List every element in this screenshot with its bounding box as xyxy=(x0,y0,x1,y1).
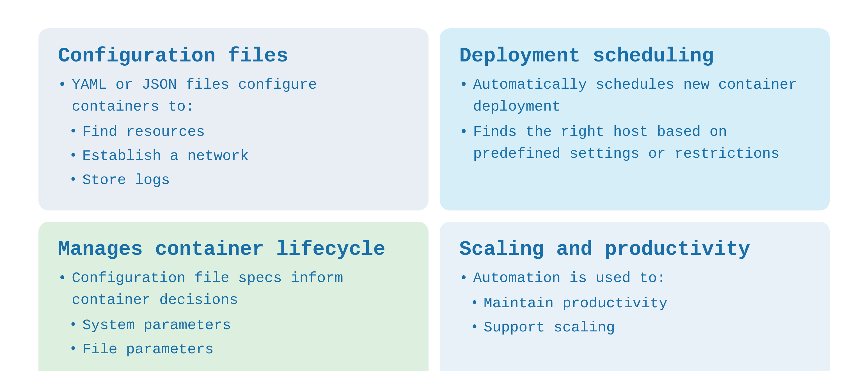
config-bullet-1: YAML or JSON files configure containers … xyxy=(58,74,409,118)
lifecycle-sub-2: File parameters xyxy=(58,339,409,361)
deployment-bullet-1: Automatically schedules new container de… xyxy=(459,74,810,118)
lifecycle-sub-2-text: File parameters xyxy=(82,339,409,361)
scaling-bullet-1: Automation is used to: xyxy=(459,268,810,289)
deployment-body: Automatically schedules new container de… xyxy=(459,74,810,168)
config-sub-3-text: Store logs xyxy=(82,169,409,191)
lifecycle-sub-1: System parameters xyxy=(58,315,409,337)
card-scaling-productivity: Scaling and productivity Automation is u… xyxy=(440,222,830,371)
card-configuration-files: Configuration files YAML or JSON files c… xyxy=(38,28,429,211)
config-title: Configuration files xyxy=(58,45,409,67)
config-sub-2-text: Establish a network xyxy=(82,145,409,167)
scaling-sub-2: Support scaling xyxy=(459,317,810,339)
deployment-bullet-list: Automatically schedules new container de… xyxy=(459,74,810,165)
config-body: YAML or JSON files configure containers … xyxy=(58,74,409,194)
deployment-bullet-1-text: Automatically schedules new container de… xyxy=(473,74,810,118)
config-sub-2: Establish a network xyxy=(58,145,409,167)
card-deployment-scheduling: Deployment scheduling Automatically sche… xyxy=(440,28,830,211)
lifecycle-title: Manages container lifecycle xyxy=(58,239,409,261)
config-sub-3: Store logs xyxy=(58,169,409,191)
lifecycle-bullet-list: Configuration file specs inform containe… xyxy=(58,268,409,311)
scaling-sub-list: Maintain productivity Support scaling xyxy=(459,293,810,339)
scaling-sub-1-text: Maintain productivity xyxy=(484,293,810,315)
deployment-bullet-2: Finds the right host based on predefined… xyxy=(459,121,810,165)
lifecycle-sub-1-text: System parameters xyxy=(82,315,409,337)
main-grid: Configuration files YAML or JSON files c… xyxy=(27,17,841,354)
scaling-title: Scaling and productivity xyxy=(459,239,810,261)
config-bullet-1-text: YAML or JSON files configure containers … xyxy=(72,74,409,118)
lifecycle-sub-list: System parameters File parameters xyxy=(58,315,409,361)
lifecycle-bullet-1-text: Configuration file specs inform containe… xyxy=(72,268,409,311)
scaling-bullet-1-text: Automation is used to: xyxy=(473,268,810,289)
deployment-bullet-2-text: Finds the right host based on predefined… xyxy=(473,121,810,165)
deployment-title: Deployment scheduling xyxy=(459,45,810,67)
config-sub-list: Find resources Establish a network Store… xyxy=(58,121,409,191)
card-lifecycle: Manages container lifecycle Configuratio… xyxy=(38,222,429,371)
scaling-sub-1: Maintain productivity xyxy=(459,293,810,315)
config-sub-1-text: Find resources xyxy=(82,121,409,143)
scaling-bullet-list: Automation is used to: xyxy=(459,268,810,289)
scaling-sub-2-text: Support scaling xyxy=(484,317,810,339)
config-bullet-list: YAML or JSON files configure containers … xyxy=(58,74,409,118)
lifecycle-body: Configuration file specs inform containe… xyxy=(58,268,409,363)
scaling-body: Automation is used to: Maintain producti… xyxy=(459,268,810,341)
lifecycle-bullet-1: Configuration file specs inform containe… xyxy=(58,268,409,311)
config-sub-1: Find resources xyxy=(58,121,409,143)
